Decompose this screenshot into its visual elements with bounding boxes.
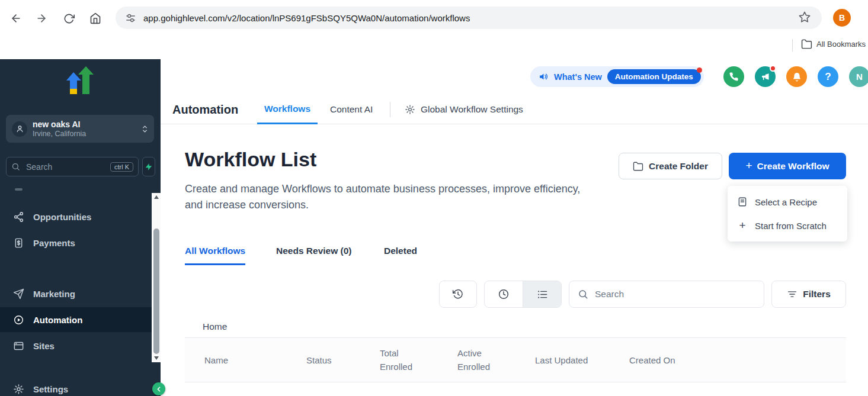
column-header-name: Name xyxy=(204,355,306,365)
menu-item-label: Start from Scratch xyxy=(755,221,827,231)
scrollbar-thumb[interactable] xyxy=(153,228,159,354)
scrollbar-up-arrow[interactable] xyxy=(154,195,159,199)
filter-icon xyxy=(787,289,797,300)
clock-view-button[interactable] xyxy=(485,281,523,307)
sidebar-item-sites[interactable]: Sites xyxy=(0,333,151,358)
profile-initial: B xyxy=(839,13,845,22)
browser-reload-button[interactable] xyxy=(60,9,78,27)
search-icon xyxy=(578,289,588,300)
help-button[interactable]: ? xyxy=(818,66,838,87)
bookmarks-divider xyxy=(792,39,793,51)
sidebar-item-settings[interactable]: Settings xyxy=(0,376,151,396)
create-folder-label: Create Folder xyxy=(649,161,708,172)
sidebar: new oaks AI Irvine, California ctrl K Op… xyxy=(0,59,161,396)
all-bookmarks-button[interactable]: All Bookmarks xyxy=(801,38,866,50)
list-view-button[interactable] xyxy=(523,281,561,307)
sidebar-search[interactable]: ctrl K xyxy=(6,157,139,176)
shortcut-badge: ctrl K xyxy=(110,162,133,172)
execution-logs-button[interactable] xyxy=(439,281,477,308)
sidebar-search-input[interactable] xyxy=(25,162,110,172)
scrollbar-down-arrow[interactable] xyxy=(154,356,159,360)
url-text: app.gohighlevel.com/v2/location/lnPS691g… xyxy=(143,13,470,23)
workflow-search-input[interactable] xyxy=(594,288,755,300)
header-divider xyxy=(390,102,390,117)
sidebar-collapse-button[interactable] xyxy=(152,382,165,395)
highlevel-logo[interactable] xyxy=(66,66,94,96)
menu-item-start-from-scratch[interactable]: + Start from Scratch xyxy=(728,214,847,237)
automation-header: Automation Workflows Content AI Global W… xyxy=(161,95,868,124)
sidebar-item-label: Sites xyxy=(33,341,55,351)
create-folder-button[interactable]: Create Folder xyxy=(619,153,722,179)
global-workflow-settings-link[interactable]: Global Workflow Settings xyxy=(405,95,523,124)
sidebar-item-label: Marketing xyxy=(33,289,75,299)
sidebar-item-marketing[interactable]: Marketing xyxy=(0,281,151,306)
phone-icon xyxy=(729,72,739,82)
tab-deleted[interactable]: Deleted xyxy=(384,246,417,256)
chevron-down-icon xyxy=(142,128,148,134)
bookmark-star-button[interactable] xyxy=(798,11,811,24)
tab-all-workflows[interactable]: All Workflows xyxy=(185,246,245,265)
settings-gear-icon xyxy=(13,384,24,395)
plus-icon: + xyxy=(737,220,748,231)
location-texts: new oaks AI Irvine, California xyxy=(33,120,142,139)
site-settings-icon xyxy=(125,12,136,24)
notifications-button[interactable] xyxy=(786,66,807,87)
arrow-left-icon xyxy=(10,12,22,24)
browser-home-button[interactable] xyxy=(87,9,104,27)
breadcrumb-home[interactable]: Home xyxy=(203,321,227,332)
filters-button[interactable]: Filters xyxy=(771,281,846,308)
sidebar-item-payments[interactable]: Payments xyxy=(0,230,151,255)
quick-actions-button[interactable] xyxy=(142,157,155,176)
workflow-search[interactable] xyxy=(569,281,764,308)
browser-forward-button[interactable] xyxy=(33,9,50,27)
phone-button[interactable] xyxy=(723,66,744,87)
location-avatar xyxy=(12,121,27,137)
list-icon xyxy=(537,289,548,300)
sidebar-scrollbar[interactable] xyxy=(152,193,161,362)
payments-icon xyxy=(13,237,24,249)
star-icon xyxy=(798,11,811,24)
workflow-tabs: All Workflows Needs Review (0) Deleted xyxy=(185,246,659,268)
browser-profile-avatar[interactable]: B xyxy=(833,9,851,27)
address-bar[interactable]: app.gohighlevel.com/v2/location/lnPS691g… xyxy=(116,7,822,29)
opportunities-icon xyxy=(13,211,24,223)
question-mark-icon: ? xyxy=(825,71,831,83)
user-initial: N xyxy=(856,72,863,82)
sidebar-item-label: Automation xyxy=(33,315,82,325)
location-name: new oaks AI xyxy=(33,120,142,130)
view-toggle-group xyxy=(484,281,562,308)
user-avatar[interactable]: N xyxy=(849,66,868,87)
clock-icon xyxy=(498,288,510,300)
tab-needs-review[interactable]: Needs Review (0) xyxy=(276,246,352,256)
menu-item-select-recipe[interactable]: Select a Recipe xyxy=(728,190,847,214)
main-content: What's New Automation Updates ? N Automa… xyxy=(161,59,868,396)
marketing-icon xyxy=(13,288,24,300)
arrow-right-icon xyxy=(36,12,47,24)
location-switcher[interactable]: new oaks AI Irvine, California xyxy=(6,115,154,143)
browser-back-button[interactable] xyxy=(7,9,25,27)
create-workflow-button[interactable]: + Create Workflow xyxy=(729,153,846,179)
sidebar-item-label: Settings xyxy=(33,384,68,394)
announcements-button[interactable] xyxy=(755,66,776,87)
folder-icon xyxy=(633,161,643,172)
plus-icon: + xyxy=(745,159,752,172)
column-header-last-updated: Last Updated xyxy=(535,355,629,365)
tab-workflows[interactable]: Workflows xyxy=(257,95,318,124)
automation-updates-label: Automation Updates xyxy=(615,72,693,81)
sidebar-item-automation[interactable]: Automation xyxy=(0,307,161,332)
column-header-status: Status xyxy=(306,355,380,365)
sidebar-item-opportunities[interactable]: Opportunities xyxy=(0,204,151,229)
bell-icon xyxy=(792,72,802,82)
filters-label: Filters xyxy=(803,289,831,300)
location-chevrons xyxy=(142,124,148,134)
tab-content-ai[interactable]: Content AI xyxy=(330,95,373,124)
search-icon xyxy=(11,162,20,171)
page-title: Automation xyxy=(172,95,238,124)
whats-new-pill[interactable]: What's New Automation Updates xyxy=(530,66,704,87)
reload-icon xyxy=(63,13,75,24)
sites-icon xyxy=(13,340,24,352)
sidebar-item-label: Opportunities xyxy=(33,212,91,222)
column-header-total-enrolled: Total Enrolled xyxy=(380,346,457,374)
automation-icon xyxy=(13,314,24,326)
automation-updates-badge[interactable]: Automation Updates xyxy=(607,69,701,84)
